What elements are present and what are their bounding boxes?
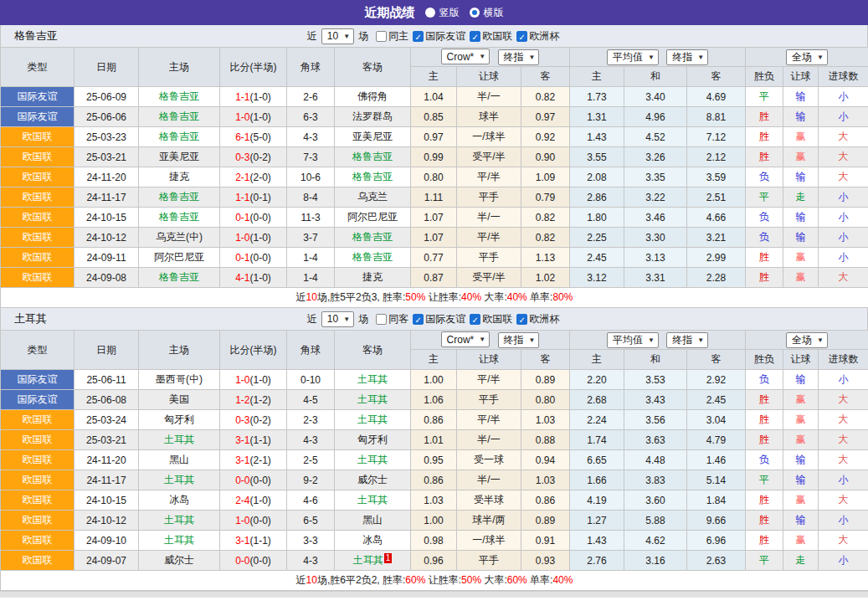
league-badge: 国际友谊 — [1, 390, 74, 410]
sub-col-header: 客 — [521, 67, 570, 87]
radio-unchecked-icon[interactable] — [425, 8, 435, 18]
scope-select[interactable]: 全场▼ — [786, 332, 828, 348]
europe-draw-odds: 3.60 — [624, 490, 687, 511]
chevron-down-icon: ▼ — [648, 54, 655, 61]
summary-text: 50% — [461, 574, 481, 586]
layout-radio-vertical[interactable]: 竖版 — [425, 6, 460, 20]
home-team: 美国 — [139, 390, 220, 410]
handicap-result-flag: 输 — [783, 470, 819, 490]
filter-controls: 近 10▼ 场 同主✓国际友谊✓欧国联✓欧洲杯 — [306, 28, 562, 44]
asia-home-odds: 0.80 — [411, 167, 457, 187]
asia-handicap-line: 平/半 — [457, 228, 521, 248]
final-index-select-2[interactable]: 终指▼ — [666, 332, 708, 348]
match-date: 24-10-12 — [74, 228, 139, 248]
sub-col-header: 主 — [570, 67, 624, 87]
asia-away-odds: 0.88 — [521, 430, 570, 450]
checkbox-checked-icon[interactable]: ✓ — [413, 31, 424, 42]
filter-checkbox-item[interactable]: ✓欧洲杯 — [516, 312, 559, 326]
checkbox-unchecked-icon[interactable] — [376, 314, 387, 325]
home-team: 冰岛 — [139, 490, 220, 511]
summary-text: 让胜率: — [425, 574, 461, 586]
layout-radio-horizontal[interactable]: 横版 — [470, 6, 504, 20]
scope-select[interactable]: 全场▼ — [786, 49, 828, 65]
league-badge: 欧国联 — [1, 248, 74, 268]
provider-select[interactable]: Crow*▼ — [441, 49, 490, 64]
handicap-result-flag: 赢 — [783, 390, 819, 410]
asia-home-odds: 1.06 — [411, 390, 457, 410]
asia-away-odds: 0.92 — [521, 127, 570, 147]
away-team: 黑山 — [335, 511, 411, 531]
full-score: 0-1 — [235, 252, 249, 264]
section-control-bar: 格鲁吉亚 近 10▼ 场 同主✓国际友谊✓欧国联✓欧洲杯 — [0, 25, 868, 47]
final-index-select[interactable]: 终指▼ — [498, 332, 540, 348]
europe-away-odds: 4.79 — [687, 430, 746, 450]
final-index-select-2[interactable]: 终指▼ — [666, 49, 708, 65]
select-label: Crow* — [447, 334, 475, 346]
match-row: 欧国联 25-03-21 土耳其 3-1(1-1) 4-3 匈牙利 1.01 半… — [1, 430, 868, 450]
match-count-select[interactable]: 10▼ — [321, 311, 354, 327]
filter-checkbox-item[interactable]: 同客 — [376, 312, 408, 326]
league-filter-group: 同主✓国际友谊✓欧国联✓欧洲杯 — [376, 29, 562, 44]
score-cell: 0-0(0-0) — [220, 470, 287, 490]
score-cell: 3-1(2-1) — [220, 450, 287, 470]
result-flag: 负 — [746, 228, 783, 248]
average-select[interactable]: 平均值▼ — [607, 332, 659, 348]
match-count-value: 10 — [327, 30, 338, 42]
europe-home-odds: 1.43 — [570, 531, 624, 551]
result-flag: 胜 — [746, 248, 783, 268]
checkbox-checked-icon[interactable]: ✓ — [516, 314, 527, 325]
footer-strip — [0, 591, 868, 598]
goals-result-flag: 大 — [819, 390, 868, 410]
league-badge: 国际友谊 — [1, 370, 74, 390]
checkbox-checked-icon[interactable]: ✓ — [413, 314, 424, 325]
goals-result-flag: 大 — [819, 167, 868, 187]
sub-col-header: 进球数 — [819, 350, 868, 370]
checkbox-checked-icon[interactable]: ✓ — [470, 314, 480, 325]
europe-draw-odds: 5.88 — [624, 511, 687, 531]
filter-checkbox-item[interactable]: ✓欧国联 — [470, 312, 512, 326]
score-cell: 0-3(0-2) — [220, 410, 287, 430]
result-flag: 胜 — [746, 490, 783, 511]
filter-checkbox-item[interactable]: 同主 — [376, 29, 408, 44]
handicap-result-flag: 赢 — [783, 430, 819, 450]
match-count-select[interactable]: 10▼ — [321, 28, 354, 44]
home-team: 亚美尼亚 — [139, 147, 220, 167]
match-row: 欧国联 24-09-10 土耳其 3-1(1-1) 3-3 冰岛 0.98 一/… — [1, 531, 868, 551]
handicap-result-flag: 输 — [783, 450, 819, 470]
radio-checked-icon[interactable] — [470, 8, 480, 18]
col-header: 客场 — [335, 48, 411, 87]
europe-draw-odds: 3.56 — [624, 410, 687, 430]
checkbox-checked-icon[interactable]: ✓ — [516, 31, 527, 42]
asia-handicap-line: 平手 — [457, 390, 521, 410]
europe-away-odds: 2.12 — [687, 147, 746, 167]
asia-handicap-line: 半/一 — [457, 87, 521, 107]
filter-checkbox-item[interactable]: ✓欧国联 — [470, 29, 512, 44]
col-header: 角球 — [287, 331, 335, 370]
match-date: 24-11-20 — [74, 167, 139, 187]
match-date: 24-10-15 — [74, 490, 139, 511]
final-index-select[interactable]: 终指▼ — [498, 49, 540, 65]
corner-cell: 1-4 — [287, 268, 335, 288]
average-select[interactable]: 平均值▼ — [607, 49, 659, 65]
chevron-down-icon: ▼ — [479, 336, 485, 343]
provider-select[interactable]: Crow*▼ — [441, 331, 490, 347]
chevron-down-icon: ▼ — [479, 53, 485, 60]
corner-cell: 3-7 — [287, 228, 335, 248]
europe-away-odds: 5.14 — [687, 470, 746, 490]
filter-checkbox-item[interactable]: ✓欧洲杯 — [516, 29, 559, 44]
score-cell: 0-1(0-0) — [220, 248, 287, 268]
europe-home-odds: 2.68 — [570, 390, 624, 410]
league-badge: 欧国联 — [1, 268, 74, 288]
filter-checkbox-item[interactable]: ✓国际友谊 — [413, 29, 465, 44]
col-header: 日期 — [74, 48, 139, 87]
filter-checkbox-item[interactable]: ✓国际友谊 — [413, 312, 465, 326]
europe-home-odds: 2.24 — [570, 410, 624, 430]
corner-cell: 4-3 — [287, 430, 335, 450]
league-badge: 欧国联 — [1, 410, 74, 430]
result-flag: 负 — [746, 370, 783, 390]
checkbox-unchecked-icon[interactable] — [376, 31, 387, 42]
col-header: 类型 — [1, 48, 74, 87]
score-cell: 0-0(0-0) — [220, 551, 287, 571]
checkbox-checked-icon[interactable]: ✓ — [470, 31, 480, 42]
match-date: 25-06-11 — [74, 370, 139, 390]
